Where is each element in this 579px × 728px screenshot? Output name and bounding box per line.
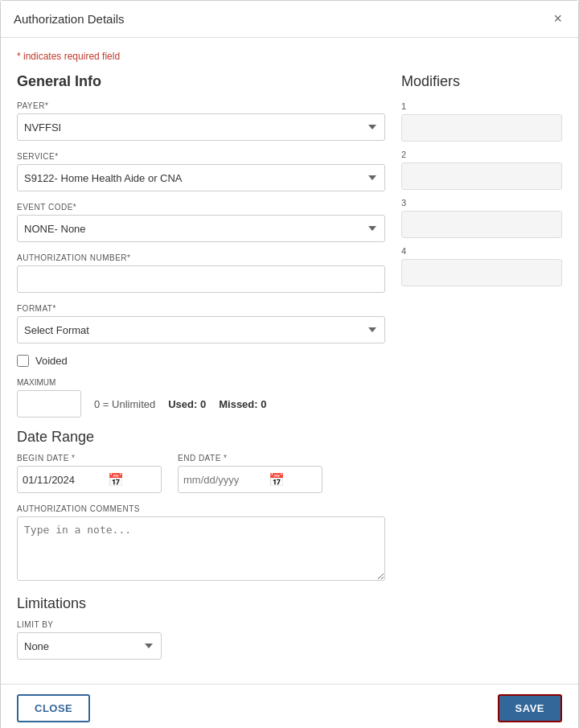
begin-date-label: BEGIN DATE * — [17, 454, 162, 463]
format-select[interactable]: Select Format — [17, 316, 385, 343]
maximum-label: MAXIMUM — [17, 378, 385, 387]
modifier-2-group: 2 — [401, 150, 562, 190]
limitations-title: Limitations — [17, 595, 385, 612]
auth-number-label: AUTHORIZATION NUMBER* — [17, 253, 385, 262]
missed-label: Missed: 0 — [219, 398, 266, 410]
modifier-4-group: 4 — [401, 246, 562, 286]
modifiers-title: Modifiers — [401, 73, 562, 90]
format-label: FORMAT* — [17, 304, 385, 313]
auth-comments-group: AUTHORIZATION COMMENTS — [17, 504, 385, 584]
modifier-1-label: 1 — [401, 101, 562, 111]
maximum-hint: 0 = Unlimited — [94, 398, 155, 410]
service-group: SERVICE* S9122- Home Health Aide or CNA — [17, 152, 385, 191]
event-code-select[interactable]: NONE- None — [17, 215, 385, 242]
event-code-group: EVENT CODE* NONE- None — [17, 203, 385, 242]
dialog-header: Authorization Details × — [1, 1, 578, 38]
end-date-calendar-icon[interactable]: 📅 — [269, 472, 285, 487]
maximum-group: MAXIMUM 0 0 = Unlimited Used: 0 Missed: … — [17, 378, 385, 417]
modifier-1-input[interactable] — [401, 114, 562, 142]
modifier-4-input[interactable] — [401, 259, 562, 286]
maximum-input[interactable]: 0 — [17, 390, 81, 417]
begin-date-input[interactable] — [23, 474, 103, 486]
used-label: Used: 0 — [168, 398, 206, 410]
authorization-details-dialog: Authorization Details × * indicates requ… — [0, 0, 579, 728]
save-button[interactable]: SAVE — [498, 694, 562, 722]
modifier-3-label: 3 — [401, 198, 562, 208]
close-button[interactable]: CLOSE — [17, 694, 90, 722]
modifier-4-label: 4 — [401, 246, 562, 256]
end-date-group: END DATE * 📅 — [178, 454, 322, 493]
dialog-footer: CLOSE SAVE — [1, 684, 578, 728]
modifier-1-group: 1 — [401, 101, 562, 142]
modifier-2-input[interactable] — [401, 162, 562, 190]
limit-by-select[interactable]: None — [17, 632, 162, 660]
voided-row: Voided — [17, 355, 385, 367]
service-select[interactable]: S9122- Home Health Aide or CNA — [17, 164, 385, 191]
payer-select[interactable]: NVFFSI — [17, 113, 385, 141]
dialog-title: Authorization Details — [14, 12, 125, 26]
payer-group: PAYER* NVFFSI — [17, 101, 385, 141]
end-date-wrap: 📅 — [178, 466, 322, 493]
modifier-3-input[interactable] — [401, 211, 562, 238]
service-label: SERVICE* — [17, 152, 385, 161]
begin-date-wrap: 📅 — [17, 466, 162, 493]
date-range-title: Date Range — [17, 429, 385, 446]
format-group: FORMAT* Select Format — [17, 304, 385, 343]
required-note: * indicates required field — [17, 51, 562, 62]
maximum-row: 0 0 = Unlimited Used: 0 Missed: 0 — [17, 390, 385, 417]
end-date-label: END DATE * — [178, 454, 322, 463]
event-code-label: EVENT CODE* — [17, 203, 385, 212]
limit-by-group: LIMIT BY None — [17, 620, 385, 660]
auth-comments-label: AUTHORIZATION COMMENTS — [17, 504, 385, 513]
date-row: BEGIN DATE * 📅 END DATE * 📅 — [17, 454, 385, 493]
left-column: General Info PAYER* NVFFSI SERVICE* S912… — [17, 73, 385, 671]
auth-comments-textarea[interactable] — [17, 516, 385, 581]
modifier-3-group: 3 — [401, 198, 562, 238]
two-col-layout: General Info PAYER* NVFFSI SERVICE* S912… — [17, 73, 562, 671]
auth-number-input[interactable] — [17, 265, 385, 293]
voided-label: Voided — [35, 355, 68, 367]
auth-number-group: AUTHORIZATION NUMBER* — [17, 253, 385, 293]
close-x-button[interactable]: × — [550, 10, 565, 27]
limit-by-label: LIMIT BY — [17, 620, 385, 629]
modifier-2-label: 2 — [401, 150, 562, 159]
modifiers-column: Modifiers 1 2 3 4 — [401, 73, 562, 671]
payer-label: PAYER* — [17, 101, 385, 110]
general-info-title: General Info — [17, 73, 385, 90]
voided-checkbox[interactable] — [17, 355, 29, 367]
begin-date-calendar-icon[interactable]: 📅 — [108, 472, 124, 487]
end-date-input[interactable] — [183, 474, 264, 486]
begin-date-group: BEGIN DATE * 📅 — [17, 454, 162, 493]
dialog-body: * indicates required field General Info … — [1, 38, 578, 684]
